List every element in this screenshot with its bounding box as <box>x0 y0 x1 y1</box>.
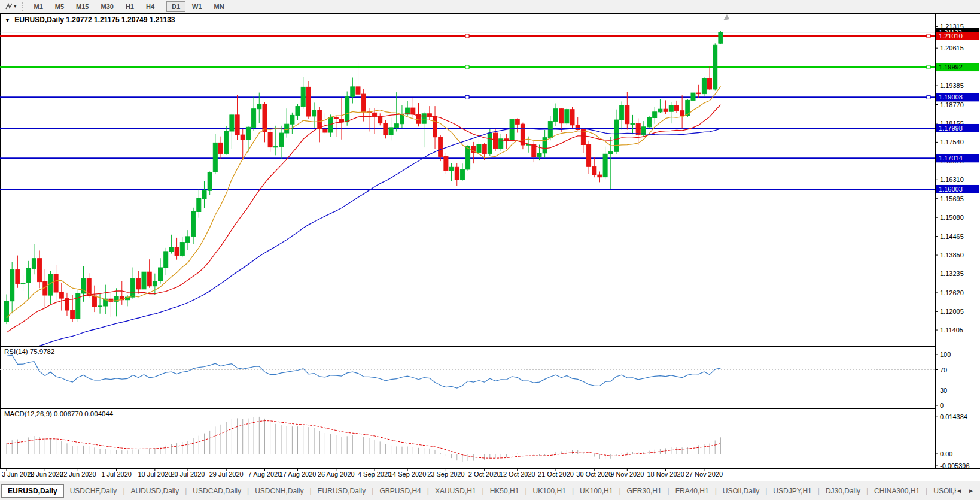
chart-tab-ger30-h1[interactable]: GER30,H1 <box>621 484 668 498</box>
macd-current-values: 0.006770 0.004044 <box>54 410 113 417</box>
svg-text:23 Sep 2020: 23 Sep 2020 <box>427 471 464 478</box>
svg-text:27 Nov 2020: 27 Nov 2020 <box>686 471 723 478</box>
chart-tab-uk100-h1[interactable]: UK100,H1 <box>527 484 572 498</box>
svg-text:1.15080: 1.15080 <box>940 214 964 221</box>
cursor-tool-button[interactable]: ▾ <box>2 1 19 12</box>
chart-tab-usdcad-daily[interactable]: USDCAD,Daily <box>187 484 247 498</box>
tab-scroll-left-icon[interactable]: ◄ <box>956 487 962 494</box>
svg-text:1.15695: 1.15695 <box>940 195 964 202</box>
svg-text:0: 0 <box>940 402 944 409</box>
svg-text:1.18770: 1.18770 <box>940 101 964 108</box>
timeframe-button-m30[interactable]: M30 <box>96 1 119 12</box>
svg-text:7 Aug 2020: 7 Aug 2020 <box>248 471 282 478</box>
line-selection-marker[interactable] <box>927 95 930 99</box>
chart-tab-audusd-daily[interactable]: AUDUSD,Daily <box>125 484 185 498</box>
chart-tab-hk50-h1[interactable]: HK50,H1 <box>484 484 525 498</box>
line-selection-marker[interactable] <box>465 34 469 38</box>
timeframe-button-d1[interactable]: D1 <box>166 1 185 12</box>
svg-text:30 Oct 2020: 30 Oct 2020 <box>576 471 612 478</box>
svg-text:1.12620: 1.12620 <box>940 289 964 296</box>
chart-tab-uk100-h1[interactable]: UK100,H1 <box>574 484 619 498</box>
chart-symbol-period: EURUSD,Daily <box>14 16 64 24</box>
svg-text:1.11405: 1.11405 <box>940 326 963 334</box>
svg-text:1.13850: 1.13850 <box>940 252 964 259</box>
chart-tab-usoil-h1[interactable]: USOil,H1 <box>927 484 956 498</box>
chart-tab-eurusd-daily[interactable]: EURUSD,Daily <box>312 484 372 498</box>
chart-header: ▼ EURUSD,Daily 1.20772 1.21175 1.20749 1… <box>5 16 175 24</box>
svg-text:1.20615: 1.20615 <box>940 44 964 51</box>
svg-text:17 Aug 2020: 17 Aug 2020 <box>279 471 316 478</box>
tab-scroll-right-icon[interactable]: ► <box>968 487 974 494</box>
chart-tab-eurusd-daily[interactable]: EURUSD,Daily <box>1 484 64 498</box>
chart-tab-china300-h1[interactable]: CHINA300,H1 <box>868 484 926 498</box>
chart-tab-usdjpy-h1[interactable]: USDJPY,H1 <box>767 484 817 498</box>
svg-text:30: 30 <box>940 387 947 394</box>
svg-text:1.16003: 1.16003 <box>939 186 963 193</box>
macd-indicator-label: MACD(12,26,9) 0.006770 0.004044 <box>4 410 113 417</box>
svg-text:1.16310: 1.16310 <box>940 176 964 183</box>
collapse-triangle-icon[interactable]: ▼ <box>5 17 10 23</box>
svg-text:1.14465: 1.14465 <box>940 233 964 240</box>
toolbar-separator <box>163 2 163 11</box>
toolbar-grip <box>22 2 25 11</box>
line-selection-marker[interactable] <box>927 65 930 69</box>
svg-text:0.014384: 0.014384 <box>940 413 967 420</box>
svg-text:10 Jul 2020: 10 Jul 2020 <box>138 471 172 478</box>
line-selection-marker[interactable] <box>465 95 469 99</box>
timeframe-button-mn[interactable]: MN <box>209 1 230 12</box>
chart-ohlc-values: 1.20772 1.21175 1.20749 1.21133 <box>66 16 175 24</box>
tab-scroll-arrows: ◄ ► <box>956 487 978 494</box>
chart-tab-dj30-daily[interactable]: DJ30,Daily <box>820 484 866 498</box>
timeframe-button-h4[interactable]: H4 <box>141 1 160 12</box>
chart-tab-bar: EURUSD,DailyUSDCHF,Daily|AUDUSD,Daily|US… <box>0 481 980 500</box>
rsi-name: RSI(14) <box>4 348 28 355</box>
timeframe-button-w1[interactable]: W1 <box>187 1 208 12</box>
crosshair-cursor-icon <box>5 2 13 11</box>
dropdown-caret-icon[interactable]: ▾ <box>14 4 17 9</box>
svg-text:2 Oct 2020: 2 Oct 2020 <box>468 471 501 478</box>
svg-text:4 Sep 2020: 4 Sep 2020 <box>358 471 391 478</box>
line-selection-marker[interactable] <box>927 34 930 38</box>
svg-text:22 Jun 2020: 22 Jun 2020 <box>60 471 96 478</box>
chart-tab-usdchf-daily[interactable]: USDCHF,Daily <box>64 484 123 498</box>
svg-text:29 Jul 2020: 29 Jul 2020 <box>209 471 244 478</box>
svg-text:-0.005396: -0.005396 <box>940 462 970 469</box>
timeframe-button-m1[interactable]: M1 <box>29 1 48 12</box>
chart-tab-gbpusd-h4[interactable]: GBPUSD,H4 <box>373 484 427 498</box>
timeframe-button-m15[interactable]: M15 <box>71 1 94 12</box>
svg-text:1.17540: 1.17540 <box>940 138 964 146</box>
svg-text:1.19992: 1.19992 <box>939 63 963 71</box>
chart-tab-xauusd-h1[interactable]: XAUUSD,H1 <box>429 484 482 498</box>
svg-text:12 Oct 2020: 12 Oct 2020 <box>500 471 535 478</box>
top-toolbar: ▾ M1M5M15M30H1H4D1W1MN <box>0 0 980 13</box>
svg-text:21 Oct 2020: 21 Oct 2020 <box>538 471 574 478</box>
svg-text:26 Aug 2020: 26 Aug 2020 <box>318 471 355 478</box>
svg-text:1.12005: 1.12005 <box>940 308 964 315</box>
svg-text:20 Jul 2020: 20 Jul 2020 <box>171 471 205 478</box>
macd-name: MACD(12,26,9) <box>4 410 52 417</box>
svg-text:1.21010: 1.21010 <box>939 32 963 40</box>
timeframe-button-m5[interactable]: M5 <box>50 1 69 12</box>
chart-background <box>0 13 980 479</box>
svg-text:1.19008: 1.19008 <box>939 93 963 101</box>
timeframe-button-group: M1M5M15M30H1H4D1W1MN <box>28 0 230 13</box>
chart-tab-fra40-h1[interactable]: FRA40,H1 <box>669 484 715 498</box>
svg-text:1.13235: 1.13235 <box>940 270 964 277</box>
svg-text:1.17014: 1.17014 <box>939 154 963 162</box>
chart-canvas[interactable]: 1.213151.206151.193851.187701.181551.175… <box>0 13 980 479</box>
rsi-current-value: 75.9782 <box>30 348 55 355</box>
svg-text:18 Nov 2020: 18 Nov 2020 <box>647 471 684 478</box>
svg-text:1.19385: 1.19385 <box>940 82 964 89</box>
chart-tab-usoil-daily[interactable]: USOil,Daily <box>717 484 765 498</box>
svg-text:12 Jun 2020: 12 Jun 2020 <box>27 471 63 478</box>
svg-text:70: 70 <box>940 366 947 374</box>
svg-text:14 Sep 2020: 14 Sep 2020 <box>389 471 426 478</box>
svg-text:9 Nov 2020: 9 Nov 2020 <box>610 471 644 478</box>
line-selection-marker[interactable] <box>465 65 469 69</box>
chart-tab-usdcnh-daily[interactable]: USDCNH,Daily <box>249 484 309 498</box>
tab-strip: EURUSD,DailyUSDCHF,Daily|AUDUSD,Daily|US… <box>1 484 956 498</box>
svg-text:100: 100 <box>940 351 951 358</box>
timeframe-button-h1[interactable]: H1 <box>120 1 139 12</box>
svg-text:1.17998: 1.17998 <box>939 125 963 132</box>
svg-text:1 Jul 2020: 1 Jul 2020 <box>101 471 132 478</box>
